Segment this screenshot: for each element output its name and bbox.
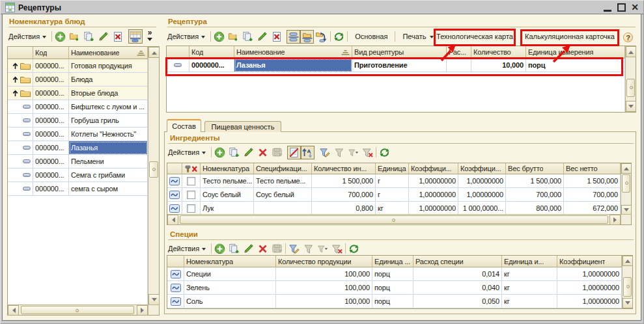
name-cell[interactable]: Лазанья [69, 141, 148, 155]
unit-cell[interactable]: кг [376, 202, 409, 215]
table-row[interactable]: 000000...Бифштекс с луком и ... [8, 100, 159, 114]
column-header-наименование[interactable]: Наименование [69, 47, 148, 59]
column-header-коэффициент[interactable]: Коэффициент [557, 256, 622, 267]
row-checkbox[interactable] [187, 191, 195, 199]
table-row[interactable]: 000000...Семга с грибами [8, 169, 159, 182]
nomenclature-cell[interactable]: Соль [184, 295, 276, 308]
specification-cell[interactable] [254, 202, 312, 215]
delete-icon[interactable] [257, 242, 268, 255]
add-icon[interactable] [214, 30, 225, 43]
gross-weight-cell[interactable]: 700,000 [506, 188, 564, 202]
add-icon[interactable] [214, 242, 225, 255]
scrollbar-thumb[interactable] [623, 277, 632, 297]
column-header-номенклатура[interactable]: Номенклатура [201, 163, 254, 174]
refresh-button[interactable] [348, 242, 359, 255]
net-weight-cell[interactable]: 672,000 [564, 202, 621, 215]
close-button[interactable]: ✕ [630, 1, 640, 13]
refresh-button[interactable] [379, 146, 390, 159]
code-cell[interactable]: 000000... [33, 155, 69, 169]
checkbox-cell[interactable] [182, 188, 201, 202]
table-row[interactable]: 000000...семга с сыром [8, 182, 159, 196]
column-header-вес-нетто[interactable]: Вес нетто [564, 163, 621, 174]
edit-icon[interactable] [243, 146, 254, 159]
tree-marker-cell[interactable] [8, 141, 33, 155]
main-button[interactable]: Основная [350, 33, 392, 40]
scroll-up-button[interactable] [621, 163, 632, 174]
tree-marker-cell[interactable] [8, 73, 33, 87]
column-header-расход-специи[interactable]: Расход специи [413, 256, 502, 267]
tree-marker-cell[interactable] [8, 169, 33, 182]
scroll-down-button[interactable] [148, 294, 160, 305]
coefficient-cell[interactable]: 1,00000000 [557, 267, 622, 281]
unit2-cell[interactable]: кг [502, 295, 557, 308]
column-header-спецификаци-[interactable]: Спецификаци... [254, 163, 312, 174]
edit-icon[interactable] [98, 30, 109, 43]
name-cell[interactable]: Семга с грибами [69, 169, 148, 182]
add-icon[interactable] [214, 146, 225, 159]
add-group-icon[interactable] [228, 30, 239, 43]
filter-set-icon[interactable] [288, 242, 300, 255]
filter-icon[interactable] [333, 146, 344, 159]
table-row[interactable]: Соль100,000порц0,050кг1,00000000 [167, 295, 632, 308]
tree-marker-cell[interactable] [8, 114, 33, 128]
title-bar[interactable]: Рецептуры ✕ [1, 1, 643, 14]
spice-rate-cell[interactable]: 0,050 [413, 295, 502, 308]
column-header-единица[interactable]: Единица [376, 163, 409, 174]
table-row[interactable]: Зелень100,000порц0,040кг1,00000000 [167, 281, 632, 295]
copy-add-icon[interactable] [229, 242, 240, 255]
coefficient-cell[interactable]: 1,00000000 [557, 295, 622, 308]
spice-rate-cell[interactable]: 0,040 [413, 281, 502, 295]
tree-marker-cell[interactable] [8, 182, 33, 196]
quantity-cell[interactable]: 1 500,000 [312, 174, 376, 188]
code-cell[interactable]: 000000... [33, 141, 69, 155]
spice-rate-cell[interactable]: 0,014 [413, 267, 502, 281]
row-checkbox[interactable] [187, 177, 195, 185]
vertical-scrollbar[interactable] [625, 46, 636, 112]
gross-weight-cell[interactable]: 1 500,000 [506, 174, 564, 188]
column-header-номенклатура[interactable]: Номенклатура [184, 256, 276, 267]
ingredients-table[interactable]: НоменклатураСпецификаци...Количество ин.… [167, 163, 632, 225]
scroll-right-button[interactable] [609, 215, 621, 225]
delete-doc-icon[interactable] [112, 30, 123, 43]
tree-marker-cell[interactable] [8, 59, 33, 73]
row-marker-cell[interactable] [167, 188, 182, 202]
column-header-единица-[interactable]: Единица ... [372, 256, 413, 267]
name-cell[interactable]: Блюда [69, 73, 148, 87]
row-marker-cell[interactable] [167, 174, 182, 188]
table-row[interactable]: Лук0,800кг1,000000001 000,0000...800,000… [167, 202, 631, 215]
quantity-cell[interactable]: 100,000 [276, 267, 372, 281]
code-cell[interactable]: 000000... [33, 182, 69, 196]
checkbox-cell[interactable] [182, 174, 201, 188]
specification-cell[interactable]: Соус белый [254, 188, 312, 202]
net-weight-cell[interactable]: 1 500,000 [564, 174, 621, 188]
column-header-количество-ин-[interactable]: Количество ин... [312, 163, 376, 174]
delete-doc-icon[interactable] [271, 30, 282, 43]
filter-off-icon[interactable] [331, 242, 343, 255]
sort-az-icon[interactable]: A [301, 146, 315, 159]
unit-cell[interactable]: порц [372, 281, 413, 295]
minimize-button[interactable] [604, 10, 611, 12]
code-cell[interactable]: 0000000... [189, 59, 234, 72]
row-marker-cell[interactable] [167, 202, 182, 215]
filter-set-icon[interactable] [319, 146, 330, 159]
scrollbar-thumb[interactable] [21, 306, 134, 314]
recipe-table[interactable]: КодНаименованиеВид рецептурыРас...Количе… [166, 46, 636, 113]
recipe-kind-cell[interactable]: Приготовление [352, 59, 447, 72]
row-marker-cell[interactable] [167, 59, 189, 72]
edit-icon[interactable] [243, 242, 254, 255]
row-marker-cell[interactable] [167, 281, 184, 295]
copy-add-icon[interactable] [242, 30, 253, 43]
table-row[interactable]: 000000...Вторые блюда [8, 87, 159, 100]
row-marker-cell[interactable] [167, 267, 184, 281]
actions-menu-button[interactable]: Действия [167, 245, 208, 252]
scroll-left-button[interactable] [167, 215, 178, 225]
scroll-up-button[interactable] [148, 47, 160, 58]
name-cell[interactable]: Бифштекс с луком и ... [69, 100, 148, 114]
maximize-button[interactable] [617, 3, 626, 12]
list-bars-icon[interactable] [287, 30, 300, 44]
unit2-cell[interactable]: кг [502, 267, 557, 281]
coefficient-cell[interactable]: 1,00000000 [409, 188, 458, 202]
column-header-количество[interactable]: Количество [471, 46, 526, 59]
scroll-right-button[interactable] [137, 305, 148, 316]
unit2-cell[interactable]: кг [502, 281, 557, 295]
